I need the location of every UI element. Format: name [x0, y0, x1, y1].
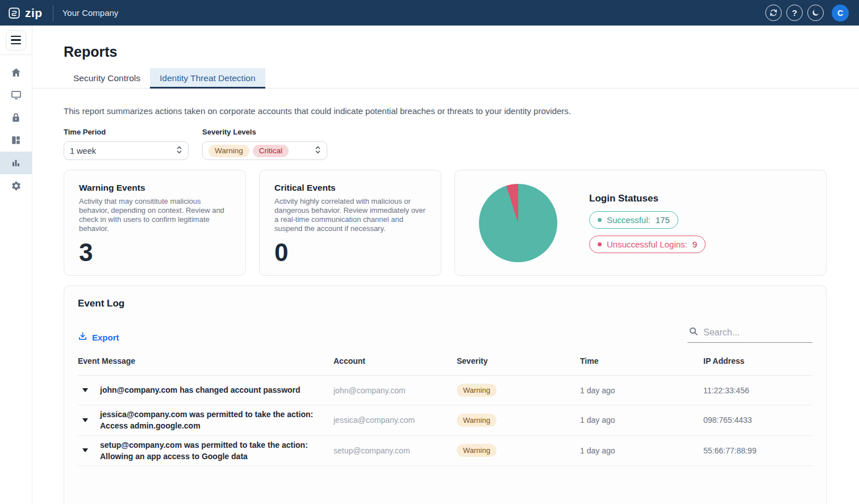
- time-cell: 1 day ago: [580, 386, 703, 395]
- time-period-label: Time Period: [64, 128, 189, 136]
- chevron-up-down-icon: [176, 145, 182, 157]
- login-statuses-card: Login Statuses Successful: 175 Unsuccess…: [454, 170, 827, 276]
- ip-cell: 098:765:4433: [703, 415, 812, 425]
- export-button[interactable]: Export: [78, 331, 119, 343]
- avatar[interactable]: C: [832, 5, 849, 22]
- event-message: setup@company.com was permitted to take …: [100, 440, 308, 450]
- sidebar-item-security[interactable]: [0, 106, 32, 129]
- login-statuses-title: Login Statuses: [589, 193, 706, 204]
- bar-chart-icon: [11, 158, 21, 168]
- severity-filter: Severity Levels Warning Critical: [202, 128, 327, 160]
- time-period-select[interactable]: 1 week: [64, 141, 189, 160]
- critical-events-description: Activity highly correlated with maliciou…: [274, 197, 426, 233]
- sidebar-item-reports[interactable]: [0, 152, 32, 174]
- page-title: Reports: [64, 44, 859, 60]
- dark-mode-button[interactable]: [807, 5, 824, 21]
- event-log-title: Event Log: [78, 298, 812, 309]
- severity-critical-pill: Critical: [253, 145, 289, 157]
- teal-dot-icon: [598, 218, 602, 222]
- time-cell: 1 day ago: [580, 446, 703, 455]
- moon-icon: [811, 9, 820, 17]
- severity-warning-pill: Warning: [209, 145, 249, 157]
- warning-events-card: Warning Events Activity that may consiti…: [64, 170, 246, 276]
- severity-badge: Warning: [457, 444, 497, 457]
- help-button[interactable]: ?: [786, 5, 803, 21]
- search-icon: [689, 326, 698, 338]
- sync-icon: [769, 9, 778, 17]
- tab-security-controls[interactable]: Security Controls: [64, 68, 150, 89]
- successful-label: Successful:: [607, 215, 650, 225]
- event-message: john@company.com has changed account pas…: [100, 385, 301, 394]
- ip-cell: 11:22:33:456: [703, 386, 812, 395]
- unsuccessful-value: 9: [693, 240, 697, 249]
- successful-logins-badge: Successful: 175: [589, 211, 678, 229]
- sync-button[interactable]: [765, 5, 782, 21]
- ip-cell: 55:66:77:88:99: [703, 446, 812, 455]
- zip-logo-icon: [8, 7, 20, 19]
- col-severity: Severity: [457, 356, 580, 366]
- avatar-initial: C: [837, 9, 843, 18]
- monitor-icon: [11, 90, 22, 100]
- brand-name: zip: [25, 6, 43, 20]
- table-row: john@company.com has changed account pas…: [78, 376, 812, 405]
- company-name: Your Company: [62, 8, 119, 18]
- event-message: jessica@company.com was permitted to tak…: [100, 410, 313, 419]
- row-expand-icon[interactable]: [82, 418, 88, 422]
- critical-events-title: Critical Events: [274, 183, 426, 193]
- warning-events-title: Warning Events: [79, 183, 231, 193]
- row-expand-icon[interactable]: [82, 448, 88, 452]
- export-label: Export: [92, 333, 119, 342]
- sidebar-item-settings[interactable]: [0, 174, 32, 197]
- account-cell: setup@company.com: [333, 446, 457, 455]
- col-account: Account: [333, 356, 457, 366]
- event-message-line2: Allowing an app access to Google data: [100, 451, 322, 462]
- unsuccessful-label: Unsuccessful Logins:: [607, 240, 687, 249]
- col-event-message: Event Message: [78, 356, 333, 366]
- help-icon: ?: [792, 8, 797, 18]
- severity-label: Severity Levels: [202, 128, 327, 136]
- severity-badge: Warning: [457, 384, 497, 397]
- unsuccessful-logins-badge: Unsuccessful Logins: 9: [589, 236, 706, 253]
- critical-events-count: 0: [274, 240, 426, 265]
- sidebar-item-home[interactable]: [0, 61, 32, 83]
- time-cell: 1 day ago: [580, 415, 703, 425]
- lock-icon: [11, 112, 21, 123]
- event-message-line2: Access admin.google.com: [100, 420, 322, 431]
- table-row: setup@company.com was permitted to take …: [78, 436, 812, 467]
- login-status-pie: [479, 184, 557, 262]
- dashboard-icon: [11, 135, 21, 145]
- menu-toggle-button[interactable]: [6, 30, 26, 51]
- home-icon: [11, 67, 22, 78]
- search-box: [687, 324, 812, 343]
- red-dot-icon: [598, 242, 602, 246]
- topbar: zip Your Company ? C: [0, 0, 859, 26]
- tab-identity-threat-detection[interactable]: Identity Threat Detection: [150, 68, 265, 89]
- chevron-up-down-icon: [315, 145, 321, 157]
- row-expand-icon[interactable]: [82, 388, 88, 392]
- time-period-value: 1 week: [70, 146, 96, 156]
- settings-icon: [11, 180, 22, 191]
- brand[interactable]: zip: [0, 5, 53, 21]
- main-content: Reports Security Controls Identity Threa…: [32, 26, 859, 504]
- sidebar-item-dashboard[interactable]: [0, 129, 32, 152]
- account-cell: jessica@company.com: [333, 415, 457, 425]
- successful-value: 175: [656, 215, 670, 225]
- severity-badge: Warning: [457, 414, 497, 427]
- warning-events-count: 3: [79, 240, 231, 265]
- event-log-card: Event Log Export: [64, 285, 827, 504]
- table-row: jessica@company.com was permitted to tak…: [78, 405, 812, 436]
- warning-events-description: Activity that may consititute malicious …: [79, 197, 231, 233]
- severity-select[interactable]: Warning Critical: [202, 141, 327, 160]
- report-description: This report summarizes actions taken on …: [64, 106, 859, 116]
- col-time: Time: [580, 356, 703, 366]
- hamburger-icon: [11, 36, 21, 37]
- download-icon: [78, 331, 87, 343]
- account-cell: john@company.com: [333, 386, 457, 395]
- col-ip-address: IP Address: [703, 356, 812, 366]
- critical-events-card: Critical Events Activity highly correlat…: [259, 170, 441, 276]
- search-input[interactable]: [703, 327, 800, 338]
- tabbar: Security Controls Identity Threat Detect…: [64, 68, 859, 89]
- time-period-filter: Time Period 1 week: [64, 128, 189, 160]
- sidebar-item-devices[interactable]: [0, 83, 32, 106]
- event-log-header-row: Event Message Account Severity Time IP A…: [78, 343, 812, 376]
